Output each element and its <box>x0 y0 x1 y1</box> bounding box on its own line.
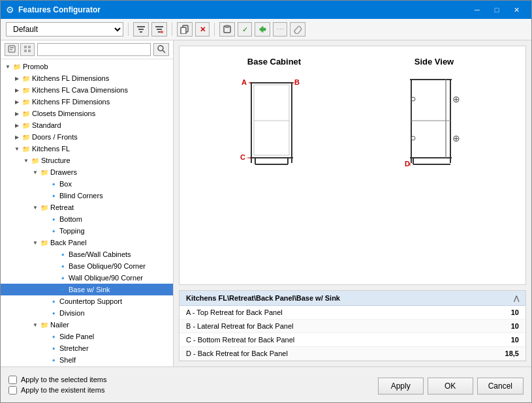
window-controls: ─ □ ✕ <box>467 3 526 16</box>
folder-icon-structure: 📁 <box>31 156 40 165</box>
toggle-standard[interactable]: ▶ <box>12 121 22 130</box>
tree-item-side-panel[interactable]: ▶ 🔹 Side Panel <box>1 331 173 342</box>
toggle-kff-dim[interactable]: ▶ <box>12 97 22 106</box>
tree-item-bottom[interactable]: ▶ 🔹 Bottom <box>1 213 173 225</box>
tree-item-drawers[interactable]: ▼ 📁 Drawers <box>1 166 173 178</box>
profile-dropdown[interactable]: Default <box>6 22 123 37</box>
filter1-button[interactable] <box>133 22 149 37</box>
tree-item-retreat[interactable]: ▼ 📁 Retreat <box>1 202 173 213</box>
tree-label-countertop: Countertop Support <box>59 297 122 305</box>
tree-item-blind-corners[interactable]: ▶ 🔹 Blind Corners <box>1 190 173 202</box>
tree-item-division[interactable]: ▶ 🔹 Division <box>1 307 173 319</box>
delete-button[interactable]: ✕ <box>195 22 210 37</box>
toggle-kfl-dim[interactable]: ▶ <box>12 74 22 83</box>
tree-item-base-sink[interactable]: ▶ 🔹 Base w/ Sink <box>1 284 173 295</box>
toolbar: Default ✕ ✓ ⋯ <box>1 19 531 40</box>
tree-item-closets[interactable]: ▶ 📁 Closets Dimensions <box>1 108 173 119</box>
tree-item-promob[interactable]: ▼ 📁 Promob <box>1 61 173 72</box>
svg-rect-8 <box>181 27 186 34</box>
tree-label-closets: Closets Dimensions <box>32 110 95 117</box>
apply-existent-checkbox[interactable] <box>8 386 17 395</box>
toggle-promob[interactable]: ▼ <box>3 62 12 71</box>
svg-text:⊕: ⊕ <box>452 133 460 143</box>
toggle-drawers[interactable]: ▼ <box>31 168 40 177</box>
tree-item-topping[interactable]: ▶ 🔹 Topping <box>1 225 173 237</box>
tree-container[interactable]: ▼ 📁 Promob ▶ 📁 Kitchens FL Dimensions ▶ … <box>1 59 173 366</box>
search-button[interactable] <box>153 43 169 56</box>
tree-item-standard[interactable]: ▶ 📁 Standard <box>1 119 173 131</box>
search-bar <box>1 40 173 59</box>
apply-selected-checkbox[interactable] <box>8 376 17 384</box>
toggle-kfl-cava[interactable]: ▶ <box>12 85 22 95</box>
svg-point-19 <box>158 46 163 51</box>
settings-button[interactable]: ⋯ <box>273 22 287 37</box>
apply-existent-label: Apply to the existent items <box>21 386 104 394</box>
tree-item-doors[interactable]: ▶ 📁 Doors / Fronts <box>1 131 173 143</box>
diagram-area: Base Cabinet <box>179 46 526 285</box>
filter-type2-button[interactable] <box>20 43 35 56</box>
toggle-back-panel[interactable]: ▼ <box>31 238 40 247</box>
tree-item-structure[interactable]: ▼ 📁 Structure <box>1 155 173 166</box>
params-row: B - Lateral Retreat for Back Panel10 <box>180 320 525 333</box>
toggle-retreat[interactable]: ▼ <box>31 203 40 212</box>
tree-label-box: Box <box>59 180 72 188</box>
tree-item-box[interactable]: ▶ 🔹 Box <box>1 178 173 190</box>
toggle-doors[interactable]: ▶ <box>12 132 22 142</box>
tree-item-kfl-dim[interactable]: ▶ 📁 Kitchens FL Dimensions <box>1 72 173 84</box>
tree-label-base-oblique: Base Oblique/90 Corner <box>69 262 146 270</box>
svg-rect-5 <box>158 31 161 33</box>
tree-item-nailer[interactable]: ▼ 📁 Nailer <box>1 319 173 331</box>
file-icon-box: 🔹 <box>49 179 58 188</box>
file-icon-base-wall: 🔹 <box>58 250 67 259</box>
toggle-nailer[interactable]: ▼ <box>31 320 40 329</box>
tree-item-base-oblique[interactable]: ▶ 🔹 Base Oblique/90 Corner <box>1 260 173 272</box>
filter-type1-button[interactable] <box>5 43 19 56</box>
apply-button[interactable]: Apply <box>378 378 424 395</box>
file-icon-base-oblique: 🔹 <box>58 261 67 271</box>
svg-rect-28 <box>254 85 289 155</box>
folder-icon-nailer: 📁 <box>40 320 49 329</box>
toggle-kfl[interactable]: ▼ <box>12 144 22 153</box>
tree-item-kfl-cava[interactable]: ▶ 📁 Kitchens FL Cava Dimensions <box>1 84 173 96</box>
filter2-button[interactable] <box>151 22 167 37</box>
toggle-structure[interactable]: ▼ <box>22 156 31 165</box>
tree-item-base-wall[interactable]: ▶ 🔹 Base/Wall Cabinets <box>1 248 173 260</box>
search-input[interactable] <box>37 43 151 56</box>
svg-rect-3 <box>155 26 163 27</box>
tree-label-wall-oblique: Wall Oblique/90 Corner <box>69 274 143 282</box>
ok-button[interactable]: OK <box>428 378 473 395</box>
file-icon-side-panel: 🔹 <box>49 332 58 341</box>
svg-rect-4 <box>157 29 162 30</box>
params-row-value: 10 <box>486 320 525 333</box>
file-icon-countertop: 🔹 <box>49 297 58 306</box>
front-view-title: Base Cabinet <box>247 57 301 67</box>
check-row-2: Apply to the existent items <box>8 386 106 395</box>
paste-button[interactable] <box>219 22 235 37</box>
tree-item-back-panel[interactable]: ▼ 📁 Back Panel <box>1 237 173 248</box>
tree-item-stretcher[interactable]: ▶ 🔹 Stretcher <box>1 342 173 354</box>
params-row-label: C - Bottom Retreat for Back Panel <box>180 333 486 347</box>
toggle-closets[interactable]: ▶ <box>12 109 22 118</box>
tree-item-countertop[interactable]: ▶ 🔹 Countertop Support <box>1 295 173 307</box>
wrench-button[interactable] <box>290 22 305 37</box>
tree-item-kfl[interactable]: ▼ 📁 Kitchens FL <box>1 143 173 155</box>
tree-item-wall-oblique[interactable]: ▶ 🔹 Wall Oblique/90 Corner <box>1 272 173 284</box>
tree-item-shelf[interactable]: ▶ 🔹 Shelf <box>1 354 173 366</box>
tree-label-nailer: Nailer <box>50 321 69 329</box>
minimize-button[interactable]: ─ <box>467 3 487 16</box>
file-icon-topping: 🔹 <box>49 226 58 235</box>
svg-text:A: A <box>242 78 247 86</box>
check-button[interactable]: ✓ <box>238 22 252 37</box>
close-button[interactable]: ✕ <box>507 3 526 16</box>
folder-icon-drawers: 📁 <box>40 168 49 177</box>
tree-label-base-sink: Base w/ Sink <box>69 286 110 293</box>
copy-button[interactable] <box>177 22 193 37</box>
cancel-button[interactable]: Cancel <box>477 378 524 395</box>
tree-label-standard: Standard <box>32 121 61 129</box>
tree-item-kff-dim[interactable]: ▶ 📁 Kitchens FF Dimensions <box>1 96 173 108</box>
app-icon: ⚙ <box>6 5 14 15</box>
green-arrow-button[interactable] <box>255 22 270 37</box>
tree-label-back-panel: Back Panel <box>50 239 87 246</box>
maximize-button[interactable]: □ <box>487 3 507 16</box>
params-collapse-button[interactable]: ⋀ <box>514 295 519 302</box>
